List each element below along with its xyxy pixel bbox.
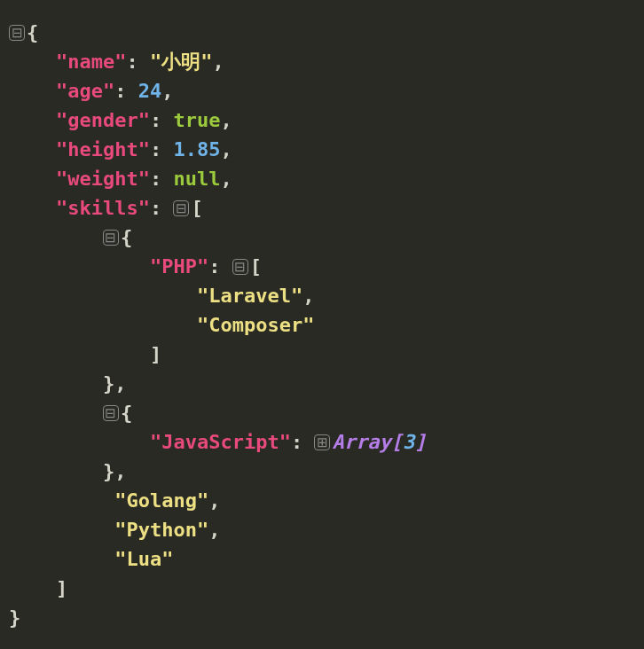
json-line: ] — [9, 574, 635, 603]
array-count: 3 — [403, 431, 414, 453]
comma: , — [208, 489, 220, 512]
json-key: "gender" — [56, 109, 150, 131]
json-line: ⊟{ — [9, 398, 635, 427]
json-string-value: "Python" — [114, 519, 208, 541]
json-line: "Lua" — [9, 544, 635, 574]
brace-close: } — [103, 460, 114, 482]
expand-icon[interactable]: ⊞ — [314, 434, 330, 450]
json-string-value: "小明" — [150, 51, 213, 73]
comma: , — [220, 109, 232, 131]
collapse-icon[interactable]: ⊟ — [103, 230, 119, 246]
colon: : — [150, 168, 161, 190]
collapse-icon[interactable]: ⊟ — [103, 405, 119, 421]
json-line: ⊟{ — [9, 18, 635, 47]
comma: , — [220, 138, 232, 160]
json-line: "gender": true, — [9, 106, 635, 135]
json-line: "JavaScript": ⊞Array[3] — [9, 427, 635, 457]
json-line: "Laravel", — [9, 281, 635, 310]
bracket-close: ] — [150, 343, 161, 365]
collapse-icon[interactable]: ⊟ — [232, 259, 248, 275]
json-line: "age": 24, — [9, 76, 635, 106]
json-line: ⊟{ — [9, 223, 635, 252]
json-key: "height" — [56, 138, 150, 160]
json-number-value: 1.85 — [173, 138, 220, 160]
brace-close: } — [9, 606, 20, 629]
json-key: "PHP" — [150, 255, 208, 278]
colon: : — [208, 255, 220, 278]
json-key: "JavaScript" — [150, 431, 291, 453]
colon: : — [150, 138, 161, 160]
json-string-value: "Golang" — [114, 489, 208, 512]
json-string-value: "Lua" — [114, 548, 173, 570]
comma: , — [212, 51, 224, 73]
comma: , — [302, 285, 314, 307]
brace-open: { — [121, 226, 132, 248]
bracket-close: ] — [56, 577, 67, 599]
collapse-icon[interactable]: ⊟ — [173, 200, 189, 216]
colon: : — [150, 109, 161, 131]
json-viewer: ⊟{ "name": "小明", "age": 24, "gender": tr… — [9, 18, 635, 632]
array-bracket-close: ] — [414, 431, 426, 453]
bracket-open: [ — [191, 197, 202, 219]
json-string-value: "Laravel" — [197, 285, 302, 307]
json-line: "Python", — [9, 515, 635, 544]
json-string-value: "Composer" — [197, 314, 314, 336]
json-line: "name": "小明", — [9, 47, 635, 76]
json-line: "height": 1.85, — [9, 135, 635, 164]
comma: , — [208, 519, 220, 541]
json-key: "skills" — [56, 197, 150, 219]
json-number-value: 24 — [138, 80, 162, 102]
json-line: }, — [9, 457, 635, 486]
json-key: "name" — [56, 51, 126, 73]
colon: : — [291, 431, 302, 453]
collapsed-array-label[interactable]: Array[3] — [332, 431, 426, 453]
json-line: "skills": ⊟[ — [9, 193, 635, 223]
json-key: "age" — [56, 80, 114, 102]
colon: : — [150, 197, 161, 219]
array-word: Array[ — [332, 431, 402, 453]
json-line: } — [9, 603, 635, 632]
json-key: "weight" — [56, 168, 150, 190]
json-line: "Golang", — [9, 486, 635, 515]
colon: : — [126, 51, 137, 73]
brace-open: { — [121, 402, 132, 424]
json-null-value: null — [173, 168, 220, 190]
collapse-icon[interactable]: ⊟ — [9, 25, 25, 41]
comma: , — [161, 80, 173, 102]
comma: , — [114, 372, 126, 395]
comma: , — [220, 168, 232, 190]
colon: : — [114, 80, 126, 102]
json-line: "weight": null, — [9, 164, 635, 193]
bracket-open: [ — [250, 255, 262, 278]
json-boolean-value: true — [173, 109, 220, 131]
json-line: "Composer" — [9, 310, 635, 340]
json-line: ] — [9, 340, 635, 369]
json-line: "PHP": ⊟[ — [9, 252, 635, 281]
json-line: }, — [9, 369, 635, 398]
brace-close: } — [103, 372, 114, 395]
brace-open: { — [27, 21, 38, 43]
comma: , — [114, 460, 126, 482]
